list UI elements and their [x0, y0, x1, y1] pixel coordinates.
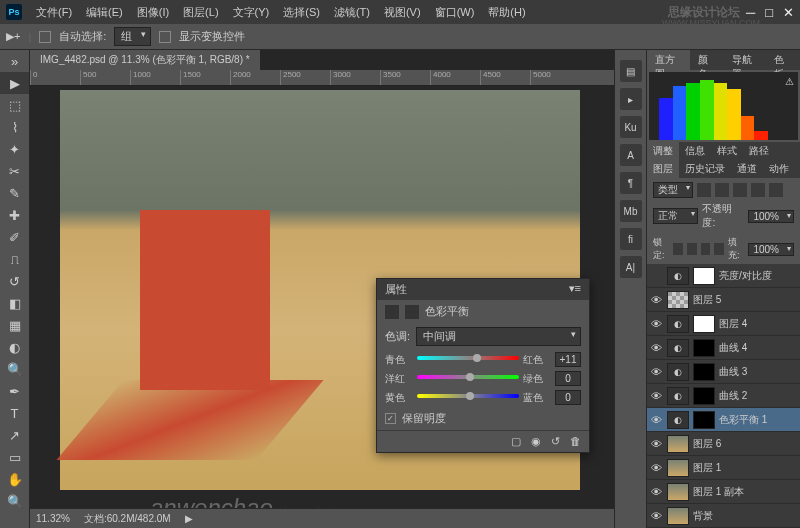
properties-panel[interactable]: 属性 ▾≡ 色彩平衡 色调: 中间调 青色 红色 +11 洋红 绿色 0 黄色 … — [376, 278, 590, 453]
yellow-blue-value[interactable]: 0 — [555, 390, 581, 405]
move-tool-icon[interactable]: ▶+ — [6, 30, 20, 43]
crop-tool[interactable]: ✂ — [0, 160, 29, 182]
zoom-tool[interactable]: 🔍 — [0, 490, 29, 512]
tab-color[interactable]: 颜色 — [690, 50, 724, 70]
view-previous-icon[interactable]: ◉ — [531, 435, 541, 448]
blend-mode-combo[interactable]: 正常 — [653, 208, 698, 224]
heal-tool[interactable]: ✚ — [0, 204, 29, 226]
menu-layer[interactable]: 图层(L) — [177, 3, 224, 22]
visibility-toggle[interactable]: 👁 — [649, 342, 663, 354]
layer-row[interactable]: 👁图层 1 副本 — [647, 480, 800, 504]
menu-image[interactable]: 图像(I) — [131, 3, 175, 22]
path-tool[interactable]: ↗ — [0, 424, 29, 446]
histogram-warning-icon[interactable]: ⚠ — [785, 76, 794, 87]
layer-thumbnail[interactable] — [693, 411, 715, 429]
layer-name[interactable]: 图层 4 — [719, 317, 747, 331]
layer-filter-kind[interactable]: 类型 — [653, 182, 693, 198]
history-brush-tool[interactable]: ↺ — [0, 270, 29, 292]
visibility-toggle[interactable]: 👁 — [649, 366, 663, 378]
layer-row[interactable]: ◐亮度/对比度 — [647, 264, 800, 288]
layer-thumbnail[interactable]: ◐ — [667, 411, 689, 429]
visibility-toggle[interactable]: 👁 — [649, 390, 663, 402]
tab-layers[interactable]: 图层 — [647, 160, 679, 178]
visibility-toggle[interactable]: 👁 — [649, 510, 663, 522]
lock-trans-icon[interactable] — [673, 243, 683, 255]
zoom-level[interactable]: 11.32% — [36, 513, 70, 524]
tone-combo[interactable]: 中间调 — [416, 327, 581, 346]
show-transform-checkbox[interactable] — [159, 31, 171, 43]
layer-row[interactable]: 👁◐色彩平衡 1 — [647, 408, 800, 432]
menu-type[interactable]: 文字(Y) — [227, 3, 276, 22]
dock-brush-icon[interactable]: Mb — [620, 200, 642, 222]
eyedropper-tool[interactable]: ✎ — [0, 182, 29, 204]
lock-pixels-icon[interactable] — [687, 243, 697, 255]
menu-select[interactable]: 选择(S) — [277, 3, 326, 22]
lasso-tool[interactable]: ⌇ — [0, 116, 29, 138]
menu-file[interactable]: 文件(F) — [30, 3, 78, 22]
filter-smart-icon[interactable] — [769, 183, 783, 197]
layer-row[interactable]: 👁背景 — [647, 504, 800, 528]
tab-navigator[interactable]: 导航器 — [724, 50, 767, 70]
pen-tool[interactable]: ✒ — [0, 380, 29, 402]
layer-name[interactable]: 图层 1 — [693, 461, 721, 475]
tab-paths[interactable]: 路径 — [743, 142, 775, 160]
move-tool[interactable]: ▶ — [0, 72, 29, 94]
fill-value[interactable]: 100% — [748, 243, 794, 256]
dodge-tool[interactable]: 🔍 — [0, 358, 29, 380]
layer-thumbnail[interactable] — [667, 291, 689, 309]
close-icon[interactable]: ✕ — [783, 5, 794, 20]
visibility-toggle[interactable]: 👁 — [649, 462, 663, 474]
layer-thumbnail[interactable] — [667, 483, 689, 501]
maximize-icon[interactable]: □ — [765, 5, 773, 20]
layer-name[interactable]: 图层 1 副本 — [693, 485, 744, 499]
layer-name[interactable]: 亮度/对比度 — [719, 269, 772, 283]
tab-channels[interactable]: 通道 — [731, 160, 763, 178]
layer-name[interactable]: 图层 5 — [693, 293, 721, 307]
magenta-green-value[interactable]: 0 — [555, 371, 581, 386]
layer-name[interactable]: 背景 — [693, 509, 713, 523]
filter-adj-icon[interactable] — [715, 183, 729, 197]
layer-thumbnail[interactable]: ◐ — [667, 387, 689, 405]
wand-tool[interactable]: ✦ — [0, 138, 29, 160]
layer-thumbnail[interactable] — [693, 339, 715, 357]
layer-thumbnail[interactable] — [693, 387, 715, 405]
visibility-toggle[interactable]: 👁 — [649, 414, 663, 426]
filter-shape-icon[interactable] — [751, 183, 765, 197]
reset-icon[interactable]: ↺ — [551, 435, 560, 448]
layers-list[interactable]: ◐亮度/对比度👁图层 5👁◐图层 4👁◐曲线 4👁◐曲线 3👁◐曲线 2👁◐色彩… — [647, 264, 800, 528]
layer-row[interactable]: 👁◐图层 4 — [647, 312, 800, 336]
yellow-blue-slider[interactable] — [417, 394, 519, 402]
dock-actions-icon[interactable]: ▸ — [620, 88, 642, 110]
menu-filter[interactable]: 滤镜(T) — [328, 3, 376, 22]
dock-para-icon[interactable]: ¶ — [620, 172, 642, 194]
delete-icon[interactable]: 🗑 — [570, 435, 581, 448]
layer-row[interactable]: 👁◐曲线 4 — [647, 336, 800, 360]
layer-name[interactable]: 曲线 3 — [719, 365, 747, 379]
tab-actions[interactable]: 动作 — [763, 160, 795, 178]
dock-type-icon[interactable]: fi — [620, 228, 642, 250]
eraser-tool[interactable]: ◧ — [0, 292, 29, 314]
hand-tool[interactable]: ✋ — [0, 468, 29, 490]
layer-row[interactable]: 👁图层 5 — [647, 288, 800, 312]
visibility-toggle[interactable]: 👁 — [649, 294, 663, 306]
layer-name[interactable]: 色彩平衡 1 — [719, 413, 767, 427]
properties-menu-icon[interactable]: ▾≡ — [569, 282, 581, 297]
stamp-tool[interactable]: ⎍ — [0, 248, 29, 270]
preserve-luminosity-checkbox[interactable]: ✓ — [385, 413, 396, 424]
layer-thumbnail[interactable]: ◐ — [667, 363, 689, 381]
blur-tool[interactable]: ◐ — [0, 336, 29, 358]
dock-char-icon[interactable]: A — [620, 144, 642, 166]
layer-thumbnail[interactable] — [693, 363, 715, 381]
tab-histogram[interactable]: 直方图 — [647, 50, 690, 70]
properties-tab[interactable]: 属性 — [385, 282, 407, 297]
cyan-red-value[interactable]: +11 — [555, 352, 581, 367]
visibility-toggle[interactable]: 👁 — [649, 438, 663, 450]
tab-swatches[interactable]: 色板 — [766, 50, 800, 70]
visibility-toggle[interactable]: 👁 — [649, 318, 663, 330]
layer-row[interactable]: 👁◐曲线 2 — [647, 384, 800, 408]
layer-thumbnail[interactable]: ◐ — [667, 339, 689, 357]
brush-tool[interactable]: ✐ — [0, 226, 29, 248]
tab-info[interactable]: 信息 — [679, 142, 711, 160]
menu-edit[interactable]: 编辑(E) — [80, 3, 129, 22]
layer-thumbnail[interactable] — [667, 459, 689, 477]
